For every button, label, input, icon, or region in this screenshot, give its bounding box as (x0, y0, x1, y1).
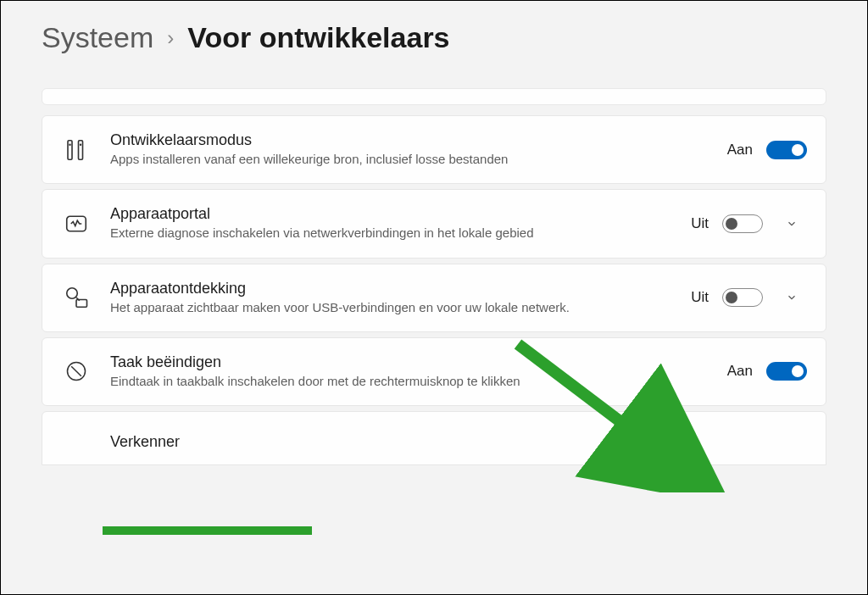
setting-title: Apparaatontdekking (110, 280, 672, 298)
toggle-state-label: Aan (727, 142, 753, 158)
expand-chevron[interactable] (776, 209, 807, 239)
toggle-taak-beeindigen[interactable] (766, 362, 807, 381)
svg-rect-1 (79, 140, 83, 159)
toggle-state-label: Uit (691, 215, 709, 232)
setting-ontwikkelaarsmodus[interactable]: Ontwikkelaarsmodus Apps installeren vana… (42, 115, 826, 184)
setting-description: Eindtaak in taakbalk inschakelen door me… (110, 373, 709, 390)
device-portal-icon (61, 209, 92, 239)
setting-verkenner[interactable]: Verkenner (42, 411, 826, 465)
toggle-ontwikkelaarsmodus[interactable] (766, 141, 807, 159)
svg-point-3 (80, 143, 82, 146)
toggle-state-label: Uit (691, 289, 709, 306)
setting-title: Taak beëindigen (110, 353, 709, 371)
setting-taak-beeindigen[interactable]: Taak beëindigen Eindtaak in taakbalk ins… (42, 337, 826, 406)
developer-tools-icon (61, 135, 92, 165)
setting-description: Externe diagnose inschakelen via netwerk… (110, 225, 672, 242)
setting-apparaatontdekking[interactable]: Apparaatontdekking Het apparaat zichtbaa… (42, 264, 826, 332)
breadcrumb: Systeem › Voor ontwikkelaars (42, 21, 826, 54)
expand-chevron[interactable] (776, 282, 807, 313)
breadcrumb-parent[interactable]: Systeem (42, 21, 153, 54)
toggle-apparaatontdekking[interactable] (722, 288, 763, 307)
setting-title: Apparaatportal (110, 205, 672, 223)
setting-apparaatportal[interactable]: Apparaatportal Externe diagnose inschake… (42, 189, 826, 258)
toggle-apparaatportal[interactable] (722, 214, 763, 233)
annotation-underline (103, 526, 312, 535)
chevron-right-icon: › (167, 26, 174, 50)
setting-description: Apps installeren vanaf een willekeurige … (110, 151, 709, 168)
svg-point-2 (69, 143, 71, 146)
toggle-state-label: Aan (727, 363, 753, 380)
svg-rect-0 (68, 140, 72, 159)
svg-rect-6 (76, 300, 87, 308)
device-discovery-icon (61, 282, 92, 313)
svg-point-5 (67, 288, 78, 299)
setting-title: Verkenner (110, 433, 807, 451)
end-task-icon (61, 356, 92, 386)
page-title: Voor ontwikkelaars (187, 21, 449, 54)
setting-description: Het apparaat zichtbaar maken voor USB-ve… (110, 299, 672, 316)
collapsed-setting-card[interactable] (42, 88, 826, 105)
file-explorer-icon (61, 427, 92, 458)
setting-title: Ontwikkelaarsmodus (110, 131, 709, 149)
